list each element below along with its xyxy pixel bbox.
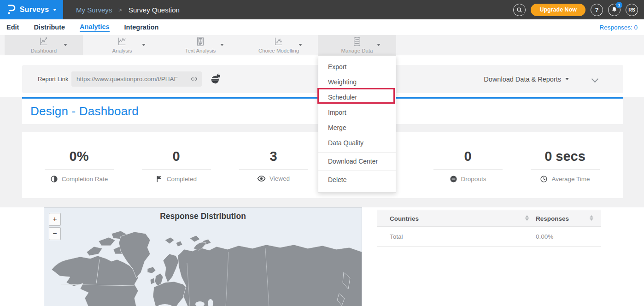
menu-separator [318, 171, 396, 171]
half-circle-icon [50, 175, 58, 183]
stat-label: Dropouts [461, 176, 486, 182]
scatter-chart-icon [274, 36, 284, 48]
flag-icon [156, 175, 163, 183]
tab-text-analysis[interactable]: Text Analysis [161, 35, 240, 55]
response-distribution-map: Response Distribution + − [44, 207, 362, 306]
stat-completion-rate: 0% Completion Rate [30, 132, 128, 198]
tab-label: Choice Modelling [240, 48, 318, 53]
row-responses: 0.00% [536, 227, 553, 247]
eye-icon [257, 175, 266, 182]
stat-divider [239, 169, 308, 170]
breadcrumb-separator-icon: > [118, 6, 122, 13]
report-link-label: Report Link [38, 65, 68, 93]
analytics-toolbar: Dashboard Analysis Text Analysis Choice … [0, 35, 644, 55]
menu-item-delete[interactable]: Delete [318, 172, 396, 188]
world-map[interactable] [44, 208, 362, 306]
notification-badge: 1 [616, 2, 622, 8]
trend-chart-icon [117, 36, 127, 48]
menu-separator [318, 152, 396, 153]
row-country: Total [390, 227, 403, 247]
page-title: Design - Dashboard [30, 104, 139, 118]
report-link-input[interactable] [71, 76, 190, 82]
stat-completed: 0 Completed [128, 132, 225, 198]
stat-value: 0 [419, 149, 516, 164]
sort-icon[interactable] [590, 215, 593, 221]
breadcrumb-my-surveys[interactable]: My Surveys [76, 6, 112, 14]
tab-label: Analysis [83, 48, 161, 53]
sort-icon[interactable] [525, 215, 529, 221]
stat-label: Completion Rate [62, 176, 108, 182]
zoom-out-button[interactable]: − [49, 227, 61, 240]
tab-analysis[interactable]: Analysis [83, 35, 161, 55]
search-button[interactable] [513, 4, 526, 16]
stat-dropouts: 0 Dropouts [419, 132, 516, 198]
breadcrumb: My Surveys > Survey Question [76, 6, 180, 14]
stat-value: 0 secs [516, 149, 614, 164]
report-link-field [71, 71, 202, 87]
caret-down-icon [299, 44, 302, 46]
tab-dashboard[interactable]: Dashboard [5, 35, 83, 55]
menu-item-data-quality[interactable]: Data Quality [318, 135, 396, 151]
stat-value: 0% [30, 149, 128, 164]
countries-table: Countries Responses Total 0.00% [377, 210, 601, 247]
collapse-chevron-icon[interactable] [591, 76, 599, 83]
download-data-reports-dropdown[interactable]: Download Data & Reports [484, 65, 569, 93]
questionpro-logo-icon [6, 4, 16, 15]
menu-item-import[interactable]: Import [318, 105, 396, 120]
document-grid-icon [195, 36, 205, 48]
responses-count: Responses: 0 [599, 24, 638, 31]
tab-label: Manage Data [318, 48, 396, 53]
breadcrumb-current: Survey Question [129, 6, 180, 14]
nav-integration[interactable]: Integration [124, 24, 159, 31]
nav-distribute[interactable]: Distribute [34, 24, 65, 31]
stat-divider [531, 169, 600, 170]
stat-divider [142, 169, 211, 170]
stat-label: Viewed [269, 175, 290, 182]
notifications-button[interactable]: 1 [608, 4, 621, 16]
menu-item-export[interactable]: Export [318, 59, 396, 75]
menu-item-scheduler[interactable]: Scheduler [318, 90, 396, 105]
stat-average-time: 0 secs Average Time [516, 132, 614, 198]
brand-label: Surveys [20, 6, 49, 14]
clock-icon [540, 175, 548, 183]
countries-table-header: Countries Responses [377, 210, 601, 227]
stat-label: Average Time [551, 176, 590, 182]
column-header-responses[interactable]: Responses [536, 210, 569, 227]
nav-edit[interactable]: Edit [6, 24, 19, 31]
surveys-menu-button[interactable]: Surveys [0, 0, 63, 19]
link-icon[interactable] [190, 75, 202, 83]
tab-label: Dashboard [5, 48, 83, 53]
menu-item-download-center[interactable]: Download Center [318, 154, 396, 169]
map-title: Response Distribution [44, 212, 362, 221]
zoom-in-button[interactable]: + [49, 213, 61, 226]
tab-manage-data[interactable]: Manage Data [318, 35, 396, 55]
nav-analytics[interactable]: Analytics [80, 23, 109, 32]
caret-down-icon [565, 78, 569, 80]
caret-down-icon [64, 44, 67, 46]
menu-item-weighting[interactable]: Weighting [318, 75, 396, 90]
database-icon [352, 36, 362, 48]
tab-choice-modelling[interactable]: Choice Modelling [240, 35, 318, 55]
tab-label: Text Analysis [161, 48, 240, 53]
stat-viewed: 3 Viewed [225, 132, 322, 198]
caret-down-icon [220, 44, 224, 46]
top-bar: Surveys My Surveys > Survey Question Upg… [0, 0, 644, 19]
bell-icon [611, 6, 617, 13]
line-chart-icon [39, 36, 49, 48]
app-window: Surveys My Surveys > Survey Question Upg… [0, 0, 644, 306]
globe-lock-icon[interactable] [210, 73, 222, 85]
upgrade-now-button[interactable]: Upgrade Now [531, 4, 585, 16]
avatar[interactable]: RS [626, 4, 638, 16]
help-button[interactable]: ? [591, 4, 603, 16]
stat-divider [433, 169, 503, 170]
column-header-countries[interactable]: Countries [390, 210, 419, 227]
menu-item-merge[interactable]: Merge [318, 120, 396, 135]
survey-nav: Edit Distribute Analytics Integration Re… [0, 19, 644, 35]
minus-circle-icon [450, 175, 457, 183]
caret-down-icon [53, 9, 57, 11]
topbar-actions: Upgrade Now ? 1 RS [513, 4, 644, 16]
stat-divider [45, 169, 114, 170]
manage-data-menu: Export Weighting Scheduler Import Merge … [318, 55, 396, 193]
map-zoom-controls: + − [49, 213, 61, 240]
stat-value: 3 [225, 149, 322, 164]
